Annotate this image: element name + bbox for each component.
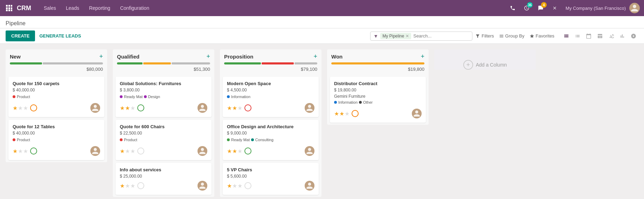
filter-funnel-icon: ▼	[373, 33, 378, 39]
groupby-button[interactable]: Group By	[499, 33, 525, 39]
card-tag: Information	[227, 95, 250, 99]
star-1: ★	[120, 105, 125, 111]
col-title-new: New	[10, 54, 99, 60]
star-1: ★	[13, 148, 18, 155]
kanban-view-button[interactable]	[561, 31, 571, 41]
card-tag: Information	[334, 100, 358, 104]
card-amount: $ 22,500.00	[120, 131, 207, 136]
kanban-card[interactable]: Distributor Contract $ 19,800.00 Gemini …	[330, 77, 426, 123]
star-3: ★	[237, 148, 242, 155]
kanban-card[interactable]: Info about services $ 25,000.00 ★★★	[116, 163, 212, 195]
card-footer: ★★★	[13, 103, 100, 113]
add-column-button[interactable]: + Add a Column	[463, 60, 507, 70]
kanban-col-won: Won + $19,800 Distributor Contract $ 19,…	[327, 49, 429, 125]
activity-indicator	[137, 104, 144, 111]
search-input[interactable]	[413, 33, 469, 39]
cards-container: Global Solutions: Furnitures $ 3,800.00 …	[113, 75, 214, 197]
card-stars: ★★★	[334, 110, 349, 117]
card-avatar	[198, 181, 207, 191]
col-header-qualified: Qualified +	[113, 49, 214, 62]
kanban-board: New + $80,000 Quote for 150 carpets $ 40…	[0, 44, 644, 199]
col-progress-qualified	[117, 62, 210, 64]
generate-leads-button[interactable]: GENERATE LEADS	[39, 33, 81, 39]
card-amount: $ 5,600.00	[227, 174, 314, 179]
card-stars: ★★★	[227, 148, 242, 155]
filter-bar[interactable]: ▼ My Pipeline ✕	[370, 32, 472, 41]
col-add-button-new[interactable]: +	[99, 53, 103, 60]
kanban-card[interactable]: Quote for 150 carpets $ 40,000.00 Produc…	[8, 77, 104, 117]
card-avatar	[198, 146, 207, 156]
bar-chart-view-button[interactable]	[617, 31, 627, 41]
star-2: ★	[232, 105, 237, 111]
card-stars: ★★★	[227, 183, 242, 189]
tag2-dot	[144, 95, 147, 98]
col-title-won: Won	[331, 54, 421, 60]
card-footer-left: ★★★	[120, 182, 144, 189]
progress-bar	[43, 62, 103, 64]
col-title-proposition: Proposition	[224, 54, 313, 60]
table-view-button[interactable]	[595, 31, 605, 41]
timer-icon[interactable]: 36	[521, 3, 532, 13]
add-column-plus-icon: +	[463, 60, 473, 70]
card-title: Quote for 150 carpets	[13, 81, 100, 86]
svg-rect-6	[6, 9, 8, 11]
chart-view-button[interactable]	[606, 31, 616, 41]
card-stars: ★★★	[13, 105, 28, 111]
star-3: ★	[23, 105, 28, 111]
nav-reporting[interactable]: Reporting	[85, 3, 115, 13]
topnav: CRM Sales Leads Reporting Configuration …	[0, 0, 644, 16]
grid-icon[interactable]	[4, 3, 14, 13]
card-footer: ★★★	[227, 146, 314, 156]
card-footer-left: ★★★	[120, 147, 144, 155]
create-button[interactable]: CREATE	[6, 30, 35, 41]
col-header-new: New +	[6, 49, 107, 62]
col-add-button-proposition[interactable]: +	[313, 53, 317, 60]
star-2: ★	[339, 110, 344, 117]
tag-dot	[227, 95, 230, 98]
card-avatar	[412, 109, 422, 118]
star-1: ★	[227, 183, 232, 189]
kanban-card[interactable]: Office Design and Architecture $ 9,000.0…	[223, 120, 319, 160]
filters-button[interactable]: Filters	[475, 33, 494, 39]
col-header-proposition: Proposition +	[220, 49, 321, 62]
kanban-card[interactable]: Global Solutions: Furnitures $ 3,800.00 …	[116, 77, 212, 117]
card-avatar	[90, 146, 100, 156]
progress-bar	[331, 62, 424, 64]
kanban-card[interactable]: Modern Open Space $ 4,500.00 Information…	[223, 77, 319, 117]
activity-indicator	[30, 104, 37, 111]
card-title: Modern Open Space	[227, 81, 314, 86]
progress-bar	[262, 62, 294, 64]
close-icon[interactable]	[549, 3, 560, 13]
col-add-button-won[interactable]: +	[421, 53, 424, 60]
svg-rect-2	[11, 5, 12, 7]
page-title: Pipeline	[6, 19, 638, 28]
list-view-button[interactable]	[573, 31, 582, 41]
chat-icon[interactable]: 4	[535, 3, 546, 13]
star-3: ★	[345, 110, 349, 117]
card-stars: ★★★	[120, 148, 135, 155]
nav-sales[interactable]: Sales	[40, 3, 60, 13]
star-2: ★	[125, 183, 130, 189]
kanban-card[interactable]: Quote for 600 Chairs $ 22,500.00 Product…	[116, 120, 212, 160]
card-tag: Ready Mat	[120, 95, 143, 99]
card-title: Distributor Contract	[334, 81, 422, 86]
calendar-view-button[interactable]	[584, 31, 594, 41]
activity-view-button[interactable]	[629, 31, 638, 41]
col-add-button-qualified[interactable]: +	[206, 53, 210, 60]
kanban-card[interactable]: Quote for 12 Tables $ 40,000.00 Product …	[8, 120, 104, 160]
favorites-button[interactable]: Favorites	[529, 33, 554, 39]
col-title-qualified: Qualified	[117, 54, 206, 60]
nav-leads[interactable]: Leads	[62, 3, 83, 13]
nav-configuration[interactable]: Configuration	[116, 3, 153, 13]
card-footer: ★★★	[227, 103, 314, 113]
tag-dot	[13, 138, 15, 141]
phone-icon[interactable]	[507, 3, 518, 13]
kanban-card[interactable]: 5 VP Chairs $ 5,600.00 ★★★	[223, 163, 319, 195]
filter-remove-icon[interactable]: ✕	[406, 34, 409, 39]
cards-container: Distributor Contract $ 19,800.00 Gemini …	[327, 75, 429, 125]
add-column-area: + Add a Column	[434, 49, 536, 70]
user-avatar[interactable]	[629, 3, 640, 13]
star-3: ★	[237, 183, 242, 189]
star-3: ★	[130, 105, 135, 111]
tag-dot	[334, 101, 337, 104]
